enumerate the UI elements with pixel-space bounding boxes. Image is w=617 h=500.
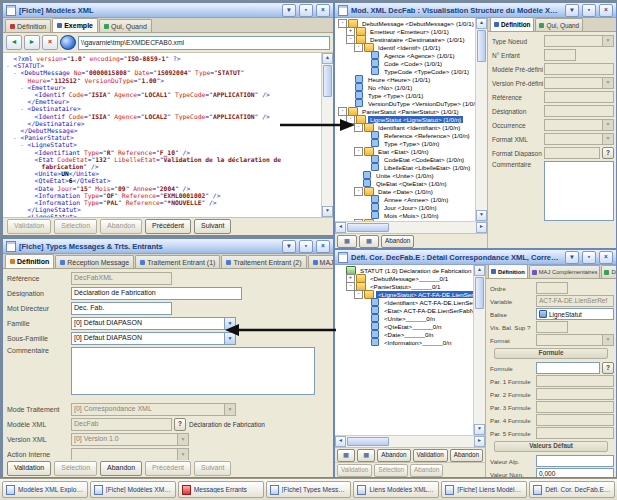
- tree-node[interactable]: Heure <Heure> (1/0/1): [336, 75, 475, 83]
- commentaire-textarea[interactable]: [71, 347, 315, 395]
- expander-icon[interactable]: -: [354, 187, 363, 196]
- reference-field[interactable]: DecFabXML: [71, 272, 172, 285]
- grid-button[interactable]: ▦: [337, 235, 357, 248]
- tree-node[interactable]: TypeCode <TypeCode> (1/0/1): [336, 67, 475, 75]
- expander-icon[interactable]: -: [354, 43, 363, 52]
- help-button[interactable]: ?: [602, 147, 614, 159]
- tree-node[interactable]: LibelleEtat <LibelleEtat> (1/0/n): [336, 163, 475, 171]
- validation-button[interactable]: Validation: [7, 219, 51, 234]
- close-icon[interactable]: ×: [599, 251, 613, 264]
- tree-node[interactable]: -<LigneStatut> ACT-FA-DE.LienSerRef_C___…: [336, 290, 473, 298]
- format-combo[interactable]: ▼: [536, 334, 614, 346]
- abandon-button[interactable]: Abandon: [377, 449, 410, 462]
- tab-definition[interactable]: Définition: [5, 254, 54, 268]
- tree-node[interactable]: <QteEtat>______0/n: [336, 322, 473, 330]
- tree-node[interactable]: <Etat> ACT-FA-DE.LienSerFabNoDec_N______…: [336, 306, 473, 314]
- expander-icon[interactable]: -: [354, 290, 363, 299]
- selection-button[interactable]: Sélection: [374, 464, 408, 477]
- format-xml-combo[interactable]: ▼: [544, 133, 614, 145]
- selection-button[interactable]: Sélection: [54, 461, 97, 476]
- tree-node[interactable]: -Date <Date> (1/0/n): [336, 187, 475, 195]
- tree-node[interactable]: Annee <Annee> (1/0/n): [336, 195, 475, 203]
- grid-button[interactable]: ▦: [357, 449, 375, 462]
- tab-exemple[interactable]: Exemple: [52, 18, 98, 32]
- modele-pre-defini-field[interactable]: [544, 63, 614, 75]
- tree-node[interactable]: <Unite>______0/n: [336, 314, 473, 322]
- scroll-left-icon[interactable]: ◄: [335, 222, 346, 233]
- suivant-button[interactable]: Suivant: [194, 461, 231, 476]
- tree-node[interactable]: +Emetteur <Emetteur> (1/0/1): [336, 27, 475, 35]
- dropdown-arrow-icon[interactable]: ▼: [602, 35, 614, 47]
- dropdown-arrow-icon[interactable]: ▼: [602, 119, 614, 131]
- close-icon[interactable]: ×: [599, 4, 613, 17]
- vertical-scrollbar[interactable]: ▲ ▼: [321, 53, 333, 217]
- taskbar-item[interactable]: Messages Errants: [178, 481, 264, 498]
- occurrence-combo[interactable]: ▼: [544, 119, 614, 131]
- format-diapason-field[interactable]: [544, 147, 600, 159]
- valeur-num-field[interactable]: 0,000: [536, 468, 614, 477]
- designation-field[interactable]: [544, 105, 614, 117]
- suivant-button[interactable]: Suivant: [194, 219, 231, 234]
- taskbar-item[interactable]: Modèles XML Exploit. M...: [2, 481, 88, 498]
- scroll-up-icon[interactable]: ▲: [474, 265, 485, 276]
- file-path-field[interactable]: \\gavarnie\tmp\EXMDECFAB0.xml: [78, 36, 330, 50]
- vis-bal-sup-field[interactable]: [536, 321, 568, 333]
- scroll-thumb[interactable]: [475, 277, 484, 309]
- tree-node[interactable]: Reference <Reference> (1/0/n): [336, 131, 475, 139]
- globe-icon[interactable]: [60, 35, 76, 50]
- valeur-alp-field[interactable]: [536, 455, 614, 467]
- close-icon[interactable]: ×: [316, 240, 330, 253]
- tree-node[interactable]: -Etat <Etat> (1/0/n): [336, 147, 475, 155]
- menu-arrow-icon[interactable]: ▾: [565, 251, 579, 264]
- tab-maj-complementaires[interactable]: MAJ Complémentaires: [529, 265, 601, 278]
- validation-button[interactable]: Validation: [337, 464, 372, 477]
- scroll-thumb[interactable]: [323, 65, 332, 97]
- tree-node[interactable]: Code <Code> (1/0/1): [336, 59, 475, 67]
- dropdown-arrow-icon[interactable]: ▼: [177, 448, 189, 460]
- tree-node[interactable]: -Identifiant <Identifiant> (1/0/n): [336, 123, 475, 131]
- scroll-down-icon[interactable]: ▼: [322, 206, 333, 217]
- dropdown-arrow-icon[interactable]: ▼: [602, 334, 614, 346]
- scroll-down-icon[interactable]: ▼: [476, 210, 487, 221]
- abandon-button[interactable]: Abandon: [410, 464, 443, 477]
- dropdown-arrow-icon[interactable]: ▼: [602, 133, 614, 145]
- dropdown-arrow-icon[interactable]: ▼: [602, 77, 614, 89]
- vertical-scrollbar[interactable]: ▲ ▼: [473, 265, 485, 435]
- par-5-formule-field[interactable]: [536, 427, 614, 439]
- scroll-thumb[interactable]: [347, 437, 389, 446]
- taskbar-item[interactable]: [Fiche] Types Messages ...: [266, 481, 352, 498]
- tab-qui-quand[interactable]: Qui, Quand: [99, 19, 152, 32]
- horizontal-scrollbar[interactable]: ◄ ►: [335, 221, 487, 233]
- close-icon[interactable]: ×: [316, 4, 330, 17]
- validation-button[interactable]: Validation: [7, 461, 51, 476]
- scroll-left-icon[interactable]: ◄: [335, 436, 346, 447]
- taskbar-item[interactable]: [Fiche] Liens Modèles XML: [441, 481, 527, 498]
- famille-combo[interactable]: [0] Défaut DIAPASON▼: [71, 317, 236, 330]
- ordre-field[interactable]: [536, 282, 568, 294]
- taskbar-item[interactable]: Liens Modèles XML : List...: [353, 481, 439, 498]
- tab-reception-message[interactable]: Réception Message: [55, 255, 134, 268]
- grid-button[interactable]: ▦: [337, 449, 355, 462]
- detach-icon[interactable]: ▪: [582, 251, 596, 264]
- dropdown-arrow-icon[interactable]: ▼: [224, 403, 236, 416]
- scroll-up-icon[interactable]: ▲: [476, 18, 487, 29]
- tree-node[interactable]: <Date>______0/n: [336, 330, 473, 338]
- forward-button[interactable]: ►: [24, 35, 40, 50]
- detach-icon[interactable]: ▪: [299, 4, 313, 17]
- tree-node[interactable]: No <No> (1/0/1): [336, 83, 475, 91]
- back-button[interactable]: ◄: [6, 35, 22, 50]
- abandon-button[interactable]: Abandon: [450, 449, 483, 462]
- tree-node[interactable]: STATUT (1.0) Déclaration de Fabrication: [336, 266, 473, 274]
- tab-definition[interactable]: Définition: [5, 19, 51, 32]
- tree-node[interactable]: CodeEtat <CodeEtat> (1/0/n): [336, 155, 475, 163]
- par-1-formule-field[interactable]: [536, 375, 614, 387]
- scroll-up-icon[interactable]: ▲: [322, 53, 333, 64]
- tab-definition[interactable]: Définition: [488, 265, 528, 278]
- validation-button[interactable]: Validation: [413, 449, 448, 462]
- scroll-right-icon[interactable]: ►: [476, 222, 487, 233]
- par-4-formule-field[interactable]: [536, 414, 614, 426]
- grid-button[interactable]: ▦: [359, 235, 379, 248]
- abandon-button[interactable]: Abandon: [100, 461, 142, 476]
- tab-definition-balises[interactable]: Définition Balises: [601, 265, 616, 278]
- tree-node[interactable]: <Information>______0/n: [336, 338, 473, 346]
